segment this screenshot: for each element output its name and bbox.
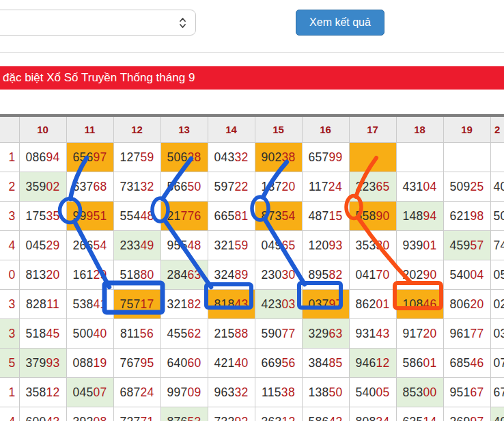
result-cell: 37993	[19, 349, 66, 378]
result-cell: 86201	[349, 290, 396, 319]
result-cell: 0	[0, 260, 19, 290]
result-cell: 74	[490, 231, 504, 260]
result-cell: 58642	[302, 407, 349, 421]
result-cell: 3	[0, 319, 19, 349]
result-cell: 89582	[302, 260, 349, 290]
month-select[interactable]	[0, 10, 196, 36]
result-cell: 58601	[396, 349, 443, 378]
result-cell: 93901	[396, 231, 443, 260]
result-cell: 50	[490, 202, 504, 231]
result-cell: 36312	[255, 407, 302, 421]
result-cell: 07	[490, 349, 504, 378]
result-cell: 68724	[113, 378, 160, 407]
table-row: 2359026376873132566505972213720117242236…	[0, 172, 504, 202]
result-cell: 04965	[255, 231, 302, 260]
result-cell: 13720	[255, 172, 302, 202]
result-cell: 93143	[349, 319, 396, 349]
result-cell: 03797	[302, 290, 349, 319]
result-cell: 20290	[396, 260, 443, 290]
result-cell: 50040	[66, 319, 113, 349]
result-cell: 2	[0, 172, 19, 202]
table-row: 4045292665423349955483215904965120933533…	[0, 231, 504, 260]
result-cell: 45957	[443, 231, 490, 260]
result-cell: 23349	[113, 231, 160, 260]
result-cell: 26997	[443, 407, 490, 421]
column-header: 12	[113, 116, 160, 143]
result-cell: 75717	[113, 290, 160, 319]
view-results-button[interactable]: Xem kết quả	[296, 10, 384, 36]
statistics-banner: đặc biệt Xổ Số Truyền Thống tháng 9	[0, 66, 504, 90]
result-cell: 65799	[302, 143, 349, 172]
column-header	[0, 116, 19, 143]
result-cell: 32182	[160, 290, 208, 319]
column-header: 11	[66, 116, 113, 143]
result-cell: 96177	[443, 319, 490, 349]
result-cell: 21588	[208, 319, 255, 349]
result-cell: 35330	[349, 231, 396, 260]
result-cell: 03	[490, 319, 504, 349]
result-cell: 05	[490, 260, 504, 290]
table-row: 3175359995155448217766658187354487155589…	[0, 202, 504, 231]
result-cell: 12759	[113, 143, 160, 172]
result-cell: 50628	[160, 143, 208, 172]
result-cell: 80620	[443, 290, 490, 319]
result-cell: 45562	[160, 319, 208, 349]
result-cell: 10846	[396, 290, 443, 319]
column-header: 16	[302, 116, 349, 143]
result-cell: 81156	[113, 319, 160, 349]
result-cell: 43104	[396, 172, 443, 202]
results-table-head: 101112131415161718192	[0, 116, 504, 143]
result-cell: 81843	[208, 290, 255, 319]
result-cell: 3	[0, 290, 19, 319]
result-cell: 11724	[302, 172, 349, 202]
result-cell: 67	[490, 378, 504, 407]
up-down-chevron-icon	[179, 17, 186, 29]
result-cell: 64060	[160, 349, 208, 378]
result-cell: 02	[490, 290, 504, 319]
result-cell: 85300	[396, 378, 443, 407]
result-cell: 95548	[160, 231, 208, 260]
result-cell: 60043	[19, 407, 66, 421]
result-cell: 04507	[66, 378, 113, 407]
table-row: 5379930881976795640604214066956384859461…	[0, 349, 504, 378]
result-cell: 59077	[255, 319, 302, 349]
result-cell: 90238	[255, 143, 302, 172]
result-cell: 04170	[349, 260, 396, 290]
result-cell: 14894	[396, 202, 443, 231]
result-cell: 11538	[255, 378, 302, 407]
result-cell: 38485	[302, 349, 349, 378]
result-cell: 56650	[160, 172, 208, 202]
result-cell: 87354	[255, 202, 302, 231]
result-cell: 94612	[349, 349, 396, 378]
result-cell: 5	[0, 349, 19, 378]
result-cell: 95167	[443, 378, 490, 407]
result-cell: 35812	[19, 378, 66, 407]
result-cell	[396, 143, 443, 172]
result-cell: 26654	[66, 231, 113, 260]
result-cell: 99951	[66, 202, 113, 231]
result-cell: 96332	[208, 378, 255, 407]
column-header: 13	[160, 116, 208, 143]
result-cell: 66581	[208, 202, 255, 231]
result-cell: 63768	[66, 172, 113, 202]
result-cell: 63514	[396, 407, 443, 421]
result-cell: 4	[0, 231, 19, 260]
result-cell: 81320	[19, 260, 66, 290]
result-cell: 40	[490, 407, 504, 421]
table-row: 0813201612951880284633248923030895820417…	[0, 260, 504, 290]
result-cell: 82811	[19, 290, 66, 319]
result-cell	[349, 143, 396, 172]
results-table-wrap: 101112131415161718192 108694656971275950…	[0, 114, 504, 421]
result-cell: 1	[0, 143, 19, 172]
table-row: 4600433920872771876537329236312586428083…	[0, 407, 504, 421]
results-table: 101112131415161718192 108694656971275950…	[0, 114, 504, 421]
column-header: 14	[208, 116, 255, 143]
result-cell: 62198	[443, 202, 490, 231]
result-cell: 17535	[19, 202, 66, 231]
column-header: 15	[255, 116, 302, 143]
result-cell: 28463	[160, 260, 208, 290]
result-cell: 51880	[113, 260, 160, 290]
result-cell	[443, 143, 490, 172]
result-cell: 32159	[208, 231, 255, 260]
result-cell: 23030	[255, 260, 302, 290]
